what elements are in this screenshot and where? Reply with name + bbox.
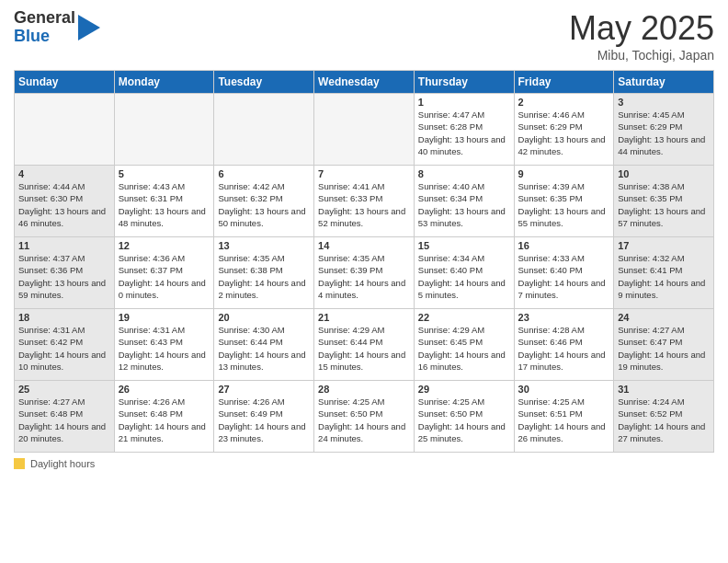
day-cell: 19Sunrise: 4:31 AMSunset: 6:43 PMDayligh…: [114, 309, 214, 381]
day-cell: 27Sunrise: 4:26 AMSunset: 6:49 PMDayligh…: [214, 381, 314, 453]
logo-arrow-icon: [78, 15, 100, 40]
day-cell: 6Sunrise: 4:42 AMSunset: 6:32 PMDaylight…: [214, 166, 314, 237]
day-info: Sunrise: 4:29 AMSunset: 6:45 PMDaylight:…: [418, 324, 510, 373]
day-number: 29: [418, 384, 510, 395]
day-cell: 14Sunrise: 4:35 AMSunset: 6:39 PMDayligh…: [314, 237, 415, 309]
day-info: Sunrise: 4:31 AMSunset: 6:42 PMDaylight:…: [18, 324, 110, 373]
col-header-friday: Friday: [514, 71, 614, 94]
day-number: 13: [218, 240, 310, 251]
day-info: Sunrise: 4:25 AMSunset: 6:50 PMDaylight:…: [318, 396, 410, 444]
day-cell: 21Sunrise: 4:29 AMSunset: 6:44 PMDayligh…: [314, 309, 415, 381]
legend-label: Daylight hours: [30, 458, 95, 469]
day-number: 10: [618, 168, 710, 179]
day-cell: 28Sunrise: 4:25 AMSunset: 6:50 PMDayligh…: [314, 381, 415, 453]
day-info: Sunrise: 4:38 AMSunset: 6:35 PMDaylight:…: [618, 180, 710, 229]
day-cell: 12Sunrise: 4:36 AMSunset: 6:37 PMDayligh…: [114, 237, 214, 309]
week-row-1: 1Sunrise: 4:47 AMSunset: 6:28 PMDaylight…: [15, 94, 714, 166]
day-number: 31: [618, 384, 710, 395]
legend: Daylight hours: [14, 458, 714, 469]
col-header-wednesday: Wednesday: [314, 71, 415, 94]
day-number: 27: [218, 384, 310, 395]
day-info: Sunrise: 4:42 AMSunset: 6:32 PMDaylight:…: [218, 180, 310, 229]
day-info: Sunrise: 4:26 AMSunset: 6:49 PMDaylight:…: [218, 396, 310, 444]
day-number: 25: [18, 384, 110, 395]
logo-blue: Blue: [14, 27, 50, 45]
day-cell: 7Sunrise: 4:41 AMSunset: 6:33 PMDaylight…: [314, 166, 415, 237]
day-info: Sunrise: 4:47 AMSunset: 6:28 PMDaylight:…: [418, 109, 510, 157]
day-cell: 2Sunrise: 4:46 AMSunset: 6:29 PMDaylight…: [514, 94, 614, 166]
day-number: 11: [18, 240, 110, 251]
col-header-monday: Monday: [114, 71, 214, 94]
logo-text: General Blue: [14, 9, 75, 46]
day-cell: 15Sunrise: 4:34 AMSunset: 6:40 PMDayligh…: [414, 237, 514, 309]
logo: General Blue: [14, 9, 100, 46]
month-title: May 2025: [569, 9, 714, 48]
legend-box: [14, 458, 25, 469]
col-header-saturday: Saturday: [614, 71, 714, 94]
day-cell: 4Sunrise: 4:44 AMSunset: 6:30 PMDaylight…: [15, 166, 115, 237]
day-info: Sunrise: 4:24 AMSunset: 6:52 PMDaylight:…: [618, 396, 710, 444]
svg-marker-0: [78, 15, 100, 40]
day-info: Sunrise: 4:29 AMSunset: 6:44 PMDaylight:…: [318, 324, 410, 373]
day-cell: 9Sunrise: 4:39 AMSunset: 6:35 PMDaylight…: [514, 166, 614, 237]
header-row: SundayMondayTuesdayWednesdayThursdayFrid…: [15, 71, 714, 94]
day-info: Sunrise: 4:26 AMSunset: 6:48 PMDaylight:…: [119, 396, 210, 444]
day-number: 2: [518, 97, 610, 108]
day-info: Sunrise: 4:43 AMSunset: 6:31 PMDaylight:…: [119, 180, 210, 229]
day-number: 12: [119, 240, 210, 251]
day-number: 4: [18, 168, 110, 179]
day-info: Sunrise: 4:44 AMSunset: 6:30 PMDaylight:…: [18, 180, 110, 229]
main-container: General Blue May 2025 Mibu, Tochigi, Jap…: [0, 0, 728, 478]
day-cell: 23Sunrise: 4:28 AMSunset: 6:46 PMDayligh…: [514, 309, 614, 381]
title-block: May 2025 Mibu, Tochigi, Japan: [569, 9, 714, 63]
day-cell: [214, 94, 314, 166]
day-info: Sunrise: 4:41 AMSunset: 6:33 PMDaylight:…: [318, 180, 410, 229]
day-cell: 31Sunrise: 4:24 AMSunset: 6:52 PMDayligh…: [614, 381, 714, 453]
logo-general: General: [14, 8, 75, 27]
day-number: 17: [618, 240, 710, 251]
day-number: 23: [518, 312, 610, 323]
day-cell: 5Sunrise: 4:43 AMSunset: 6:31 PMDaylight…: [114, 166, 214, 237]
day-cell: 11Sunrise: 4:37 AMSunset: 6:36 PMDayligh…: [15, 237, 115, 309]
col-header-sunday: Sunday: [15, 71, 115, 94]
day-number: 19: [119, 312, 210, 323]
day-cell: 18Sunrise: 4:31 AMSunset: 6:42 PMDayligh…: [15, 309, 115, 381]
day-cell: 10Sunrise: 4:38 AMSunset: 6:35 PMDayligh…: [614, 166, 714, 237]
day-cell: [114, 94, 214, 166]
day-number: 18: [18, 312, 110, 323]
day-info: Sunrise: 4:31 AMSunset: 6:43 PMDaylight:…: [119, 324, 210, 373]
day-cell: [15, 94, 115, 166]
day-cell: 16Sunrise: 4:33 AMSunset: 6:40 PMDayligh…: [514, 237, 614, 309]
day-number: 7: [318, 168, 410, 179]
day-info: Sunrise: 4:25 AMSunset: 6:50 PMDaylight:…: [418, 396, 510, 444]
day-number: 28: [318, 384, 410, 395]
day-cell: 3Sunrise: 4:45 AMSunset: 6:29 PMDaylight…: [614, 94, 714, 166]
header: General Blue May 2025 Mibu, Tochigi, Jap…: [14, 9, 714, 63]
day-cell: 26Sunrise: 4:26 AMSunset: 6:48 PMDayligh…: [114, 381, 214, 453]
location: Mibu, Tochigi, Japan: [569, 48, 714, 63]
day-number: 24: [618, 312, 710, 323]
day-number: 26: [119, 384, 210, 395]
day-cell: 30Sunrise: 4:25 AMSunset: 6:51 PMDayligh…: [514, 381, 614, 453]
day-number: 8: [418, 168, 510, 179]
day-number: 16: [518, 240, 610, 251]
day-cell: 24Sunrise: 4:27 AMSunset: 6:47 PMDayligh…: [614, 309, 714, 381]
day-cell: 29Sunrise: 4:25 AMSunset: 6:50 PMDayligh…: [414, 381, 514, 453]
day-info: Sunrise: 4:35 AMSunset: 6:38 PMDaylight:…: [218, 252, 310, 301]
day-info: Sunrise: 4:46 AMSunset: 6:29 PMDaylight:…: [518, 109, 610, 157]
day-number: 3: [618, 97, 710, 108]
day-cell: 20Sunrise: 4:30 AMSunset: 6:44 PMDayligh…: [214, 309, 314, 381]
day-number: 6: [218, 168, 310, 179]
day-info: Sunrise: 4:28 AMSunset: 6:46 PMDaylight:…: [518, 324, 610, 373]
calendar-table: SundayMondayTuesdayWednesdayThursdayFrid…: [14, 70, 714, 453]
week-row-2: 4Sunrise: 4:44 AMSunset: 6:30 PMDaylight…: [15, 166, 714, 237]
day-number: 5: [119, 168, 210, 179]
day-number: 9: [518, 168, 610, 179]
day-cell: [314, 94, 415, 166]
day-number: 20: [218, 312, 310, 323]
day-info: Sunrise: 4:30 AMSunset: 6:44 PMDaylight:…: [218, 324, 310, 373]
day-info: Sunrise: 4:34 AMSunset: 6:40 PMDaylight:…: [418, 252, 510, 301]
day-info: Sunrise: 4:35 AMSunset: 6:39 PMDaylight:…: [318, 252, 410, 301]
day-info: Sunrise: 4:25 AMSunset: 6:51 PMDaylight:…: [518, 396, 610, 444]
day-info: Sunrise: 4:37 AMSunset: 6:36 PMDaylight:…: [18, 252, 110, 301]
